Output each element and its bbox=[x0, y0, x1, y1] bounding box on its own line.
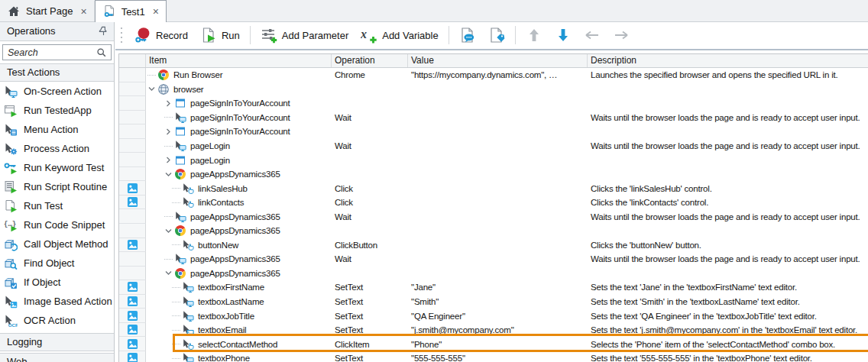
operation-cell bbox=[332, 167, 408, 182]
chevron-down-icon[interactable] bbox=[164, 170, 174, 179]
label-button[interactable] bbox=[482, 24, 511, 46]
screenshot-icon bbox=[127, 196, 138, 208]
column-header-screenshot bbox=[119, 54, 146, 67]
move-down-button[interactable] bbox=[549, 24, 578, 46]
section-header-web[interactable]: Web bbox=[0, 353, 114, 362]
tree-line bbox=[164, 259, 173, 260]
description-cell: Sets the text 'Smith' in the 'textboxLas… bbox=[588, 295, 868, 309]
screenshot-cell bbox=[119, 82, 146, 97]
test-step-row-linkcontacts[interactable]: linkContactsClickClicks the 'linkContact… bbox=[119, 196, 868, 210]
operations-panel: Operations Search Test ActionsOn-Screen … bbox=[0, 21, 115, 362]
test-step-row-pageappsdynamics365[interactable]: pageAppsDynamics365 bbox=[119, 267, 868, 281]
test-step-row-textboxjobtitle[interactable]: textboxJobTitleSetText"QA Engineer"Sets … bbox=[119, 309, 868, 323]
operation-value: ClickButton bbox=[335, 241, 377, 250]
test-step-row-selectcontactmethod[interactable]: selectContactMethodClickItem"Phone"Selec… bbox=[119, 337, 868, 351]
item-cell: pageSignInToYourAccount bbox=[146, 96, 332, 111]
operation-cell bbox=[332, 124, 408, 139]
button-label: Record bbox=[156, 30, 188, 41]
chevron-down-icon[interactable] bbox=[164, 269, 174, 277]
sidebar-item-image-based-action[interactable]: Image Based Action bbox=[0, 292, 114, 311]
screenshot-cell bbox=[119, 139, 146, 154]
tab-start-page[interactable]: Start Page× bbox=[0, 1, 95, 21]
sidebar-item-if-object[interactable]: If Object bbox=[0, 273, 114, 292]
chevron-down-icon[interactable] bbox=[147, 85, 157, 93]
add-variable-button[interactable]: xAdd Variable bbox=[355, 24, 444, 46]
test-step-row-browser[interactable]: browser bbox=[119, 82, 868, 97]
close-icon[interactable]: × bbox=[153, 6, 159, 17]
sidebar-item-ocr-action[interactable]: OCROCR Action bbox=[0, 311, 114, 330]
screenshot-cell[interactable] bbox=[119, 181, 146, 196]
sidebar-item-run-code-snippet[interactable]: {…}Run Code Snippet bbox=[0, 215, 114, 234]
test-step-row-buttonnew[interactable]: buttonNewClickButtonClicks the 'buttonNe… bbox=[119, 238, 868, 253]
chevron-right-icon[interactable] bbox=[164, 128, 174, 136]
sidebar-item-on-screen-action[interactable]: On-Screen Action bbox=[0, 82, 114, 101]
sidebar-item-find-object[interactable]: Find Object bbox=[0, 254, 114, 273]
toolbar-grip-icon[interactable] bbox=[119, 26, 125, 44]
screenshot-cell[interactable] bbox=[119, 196, 146, 210]
test-step-row-pagesignintoyouraccount[interactable]: pageSignInToYourAccount bbox=[119, 96, 868, 111]
test-step-row-pagelogin[interactable]: pageLoginWaitWaits until the browser loa… bbox=[119, 139, 868, 154]
chevron-down-icon[interactable] bbox=[164, 227, 174, 235]
sidebar-item-run-keyword-test[interactable]: Run Keyword Test bbox=[0, 158, 114, 177]
screenshot-cell[interactable] bbox=[119, 238, 146, 253]
test-step-row-textboxlastname[interactable]: textboxLastNameSetText"Smith"Sets the te… bbox=[119, 295, 868, 309]
test-step-row-pagesignintoyouraccount[interactable]: pageSignInToYourAccountWaitWaits until t… bbox=[119, 111, 868, 125]
screenshot-cell[interactable] bbox=[119, 295, 146, 309]
sidebar-item-run-testedapp[interactable]: Run TestedApp bbox=[0, 101, 114, 120]
label-icon bbox=[488, 27, 505, 44]
description-text: Waits until the browser loads the page a… bbox=[591, 113, 860, 122]
test-step-row-pageappsdynamics365[interactable]: pageAppsDynamics365WaitWaits until the b… bbox=[119, 252, 868, 267]
click-icon bbox=[182, 196, 194, 208]
section-header-test-actions[interactable]: Test Actions bbox=[0, 63, 114, 82]
description-text: Clicks the 'buttonNew' button. bbox=[591, 241, 701, 250]
indent-left-button[interactable] bbox=[578, 24, 607, 46]
test-step-row-textboxphone[interactable]: textboxPhoneSetText"555-555-555"Sets the… bbox=[119, 351, 868, 362]
move-up-button[interactable] bbox=[520, 24, 549, 46]
test-step-row-pageappsdynamics365[interactable]: pageAppsDynamics365 bbox=[119, 224, 868, 238]
tree-line bbox=[172, 315, 180, 316]
test-step-row-textboxemail[interactable]: textboxEmailSetText"j.smith@mycompany.co… bbox=[119, 323, 868, 338]
screenshot-cell[interactable] bbox=[119, 280, 146, 295]
tab-test1[interactable]: Test1× bbox=[95, 0, 167, 22]
ocr-action-icon: OCR bbox=[4, 314, 18, 328]
search-input[interactable]: Search bbox=[2, 44, 112, 60]
sidebar-item-run-script-routine[interactable]: Run Script Routine bbox=[0, 177, 114, 196]
item-cell: pageSignInToYourAccount bbox=[146, 124, 332, 139]
screenshot-cell[interactable] bbox=[119, 351, 146, 362]
close-icon[interactable]: × bbox=[80, 6, 86, 17]
operation-value: SetText bbox=[335, 354, 363, 362]
comment-button[interactable] bbox=[453, 24, 482, 46]
chevron-right-icon[interactable] bbox=[164, 156, 174, 164]
sidebar-item-run-test[interactable]: Run Test bbox=[0, 196, 114, 215]
sidebar-item-call-object-method[interactable]: Call Object Method bbox=[0, 234, 114, 254]
value-cell: "Smith" bbox=[408, 295, 588, 309]
item-cell: linkContacts bbox=[146, 196, 332, 210]
add-parameter-button[interactable]: Add Parameter bbox=[254, 24, 355, 46]
test-step-row-pagesignintoyouraccount[interactable]: pageSignInToYourAccount bbox=[119, 124, 868, 139]
item-cell: pageLogin bbox=[146, 153, 332, 167]
screenshot-cell[interactable] bbox=[119, 323, 146, 338]
process-action-icon bbox=[4, 142, 18, 156]
indent-right-button[interactable] bbox=[607, 24, 636, 46]
sidebar-item-process-action[interactable]: Process Action bbox=[0, 139, 114, 158]
chevron-right-icon[interactable] bbox=[164, 99, 174, 108]
tree-line bbox=[172, 188, 180, 189]
section-header-logging[interactable]: Logging bbox=[0, 333, 114, 351]
test-step-row-pageappsdynamics365[interactable]: pageAppsDynamics365WaitWaits until the b… bbox=[119, 209, 868, 224]
test-step-row-run-browser[interactable]: Run BrowserChrome"https://mycompany.dyna… bbox=[119, 68, 868, 82]
test-step-row-pageappsdynamics365[interactable]: pageAppsDynamics365 bbox=[119, 167, 868, 182]
test-step-row-linksaleshub[interactable]: linkSalesHubClickClicks the 'linkSalesHu… bbox=[119, 181, 868, 196]
operation-cell: Wait bbox=[332, 139, 408, 154]
run-button[interactable]: Run bbox=[194, 24, 246, 46]
value-cell bbox=[408, 181, 588, 196]
screenshot-cell[interactable] bbox=[119, 337, 146, 351]
column-header-item: Item bbox=[146, 54, 332, 67]
pin-icon[interactable] bbox=[99, 26, 108, 36]
test-step-row-pagelogin[interactable]: pageLogin bbox=[119, 153, 868, 167]
test-step-row-textboxfirstname[interactable]: textboxFirstNameSetText"Jane"Sets the te… bbox=[119, 280, 868, 295]
keyword-test-icon bbox=[102, 5, 116, 18]
sidebar-item-menu-action[interactable]: Menu Action bbox=[0, 120, 114, 139]
screenshot-cell[interactable] bbox=[119, 309, 146, 323]
record-button[interactable]: Record bbox=[128, 24, 194, 46]
screenshot-icon bbox=[127, 296, 138, 307]
